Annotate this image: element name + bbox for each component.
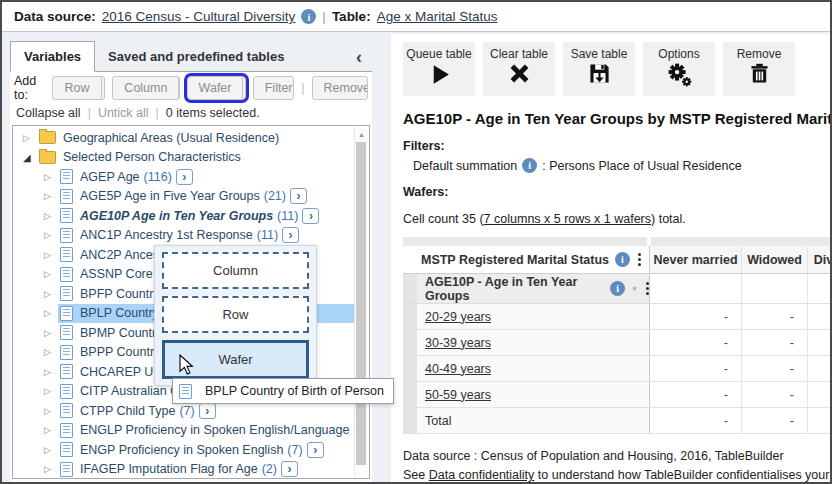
tree-item[interactable]: ▷ANC1P Ancestry 1st Response(11)› <box>13 226 354 246</box>
row-label[interactable]: 30-39 years <box>425 336 491 350</box>
expand-node-icon[interactable]: ▷ <box>44 347 60 357</box>
tree-item[interactable]: ▷AGEP Age(116)› <box>13 167 354 187</box>
expand-node-icon[interactable]: ▷ <box>44 445 60 455</box>
grid-column-header-row: MSTP Registered Marital StatusNever marr… <box>403 246 832 274</box>
add-to-row-button[interactable]: Row▾ <box>52 76 105 100</box>
tree-item[interactable]: ▷AGE5P Age in Five Year Groups(21)› <box>13 187 354 207</box>
drill-arrow-button[interactable]: › <box>199 403 216 419</box>
expand-node-icon[interactable]: ▷ <box>44 211 60 221</box>
table-name-link[interactable]: Age x Marital Status <box>377 9 498 24</box>
expand-node-icon[interactable]: ▷ <box>44 289 60 299</box>
untick-all-link[interactable]: Untick all <box>98 106 149 120</box>
info-icon[interactable] <box>610 281 625 296</box>
data-source-link[interactable]: 2016 Census - Cultural Diversity <box>102 9 296 24</box>
cell-count-suffix: ) total. <box>651 212 686 226</box>
expand-node-icon[interactable]: ▷ <box>44 269 60 279</box>
scrollbar-thumb[interactable] <box>356 142 366 465</box>
tree-item-label: CTPP Child Type <box>80 404 175 418</box>
filter-name: Default summation <box>413 159 517 173</box>
add-to-column-button[interactable]: Column▾ <box>112 76 179 100</box>
scrollbar-up-icon[interactable]: ▲ <box>355 127 368 141</box>
table-row: 50-59 years-- <box>403 382 832 408</box>
add-to-filter-button[interactable]: Filter <box>253 76 295 100</box>
drop-zone-column[interactable]: Column <box>162 252 309 289</box>
tree-item-label: AGE10P Age in Ten Year Groups <box>80 209 273 223</box>
collapse-node-icon[interactable]: ◢ <box>23 152 39 163</box>
row-label[interactable]: 50-59 years <box>425 388 491 402</box>
expand-node-icon[interactable]: ▷ <box>44 230 60 240</box>
chevron-down-icon[interactable]: ▾ <box>178 77 179 99</box>
info-icon[interactable] <box>301 9 316 24</box>
row-label[interactable]: 20-29 years <box>425 310 491 324</box>
queue-table-button[interactable]: Queue table <box>403 42 475 96</box>
data-confidentiality-link[interactable]: Data confidentiality <box>429 468 535 482</box>
expand-node-icon[interactable]: ▷ <box>44 464 60 474</box>
cell-count-link[interactable]: 7 columns x 5 rows x 1 wafers <box>484 212 651 226</box>
panel-collapse-icon[interactable]: ‹ <box>356 48 362 71</box>
button-label[interactable]: Row <box>53 77 100 99</box>
expand-node-icon[interactable]: ▷ <box>44 425 60 435</box>
options-button[interactable]: Options <box>643 42 715 96</box>
kebab-menu-icon[interactable] <box>638 253 641 266</box>
drill-arrow-button[interactable]: › <box>307 442 324 458</box>
add-to-toolbar: Add to: Row▾Column▾Wafer▾Filter|Remove <box>10 72 372 103</box>
save-table-button[interactable]: Save table <box>563 42 635 96</box>
sort-icon[interactable]: ▲▼ <box>631 288 638 289</box>
info-icon[interactable] <box>615 252 630 267</box>
tree-item[interactable]: ▷ENGLP Proficiency in Spoken English/Lan… <box>13 421 354 441</box>
document-icon <box>60 189 73 204</box>
collapse-all-link[interactable]: Collapse all <box>16 106 81 120</box>
data-cell <box>807 356 832 381</box>
data-cell: - <box>741 330 807 355</box>
tree-item[interactable]: ◢Selected Person Characteristics <box>13 148 354 168</box>
tab-saved-tables[interactable]: Saved and predefined tables <box>95 42 297 71</box>
expand-node-icon[interactable]: ▷ <box>23 133 39 143</box>
expand-node-icon[interactable]: ▷ <box>44 191 60 201</box>
drop-zone-row[interactable]: Row <box>162 296 309 333</box>
tree-item[interactable]: ▷IFAGEP Imputation Flag for Age(2)› <box>13 460 354 480</box>
table-row: 40-49 years-- <box>403 356 832 382</box>
toolbar-button-label: Save table <box>563 47 635 61</box>
drill-arrow-button[interactable]: › <box>281 461 298 477</box>
expand-node-icon[interactable]: ▷ <box>44 172 60 182</box>
row-label-cell: 20-29 years <box>417 304 649 329</box>
expand-node-icon[interactable]: ▷ <box>44 308 60 318</box>
chevron-down-icon[interactable]: ▾ <box>242 77 245 99</box>
chevron-down-icon[interactable]: ▾ <box>101 77 106 99</box>
drill-arrow-button[interactable]: › <box>302 208 319 224</box>
grid-gutter <box>403 382 417 407</box>
expand-node-icon[interactable]: ▷ <box>44 367 60 377</box>
tree-item[interactable]: ▷AGE10P Age in Ten Year Groups(11)› <box>13 206 354 226</box>
data-cell: - <box>649 382 741 407</box>
remove-button[interactable]: Remove <box>723 42 795 96</box>
button-label[interactable]: Column <box>113 77 178 99</box>
tree-item[interactable]: ▷ENGP Proficiency in Spoken English(7)› <box>13 440 354 460</box>
tree-item-label: ENGLP Proficiency in Spoken English/Lang… <box>80 423 349 437</box>
drill-arrow-button[interactable]: › <box>290 188 307 204</box>
drill-arrow-button[interactable]: › <box>176 169 193 185</box>
drill-arrow-button[interactable]: › <box>282 227 299 243</box>
column-dimension-header: MSTP Registered Marital Status <box>417 246 649 273</box>
tab-variables[interactable]: Variables <box>10 41 95 72</box>
data-cell: - <box>649 330 741 355</box>
row-label[interactable]: 40-49 years <box>425 362 491 376</box>
grid-top-band <box>403 237 832 246</box>
tree-item-label: Selected Person Characteristics <box>63 150 241 164</box>
clear-table-button[interactable]: Clear table <box>483 42 555 96</box>
column-header-cell: Widowed <box>741 246 807 273</box>
button-label[interactable]: Remove <box>313 77 368 99</box>
data-cell: - <box>741 304 807 329</box>
button-label[interactable]: Filter <box>254 77 295 99</box>
tree-item[interactable]: ▷Geographical Areas (Usual Residence) <box>13 128 354 148</box>
button-label[interactable]: Wafer <box>188 77 243 99</box>
add-to-remove-button[interactable]: Remove <box>312 76 368 100</box>
expand-node-icon[interactable]: ▷ <box>44 406 60 416</box>
data-cell <box>807 382 832 407</box>
expand-node-icon[interactable]: ▷ <box>44 328 60 338</box>
data-cell: - <box>741 408 807 433</box>
add-to-wafer-button[interactable]: Wafer▾ <box>187 76 246 100</box>
expand-node-icon[interactable]: ▷ <box>44 386 60 396</box>
expand-node-icon[interactable]: ▷ <box>44 250 60 260</box>
save-icon <box>563 62 635 90</box>
info-icon[interactable] <box>522 158 537 173</box>
